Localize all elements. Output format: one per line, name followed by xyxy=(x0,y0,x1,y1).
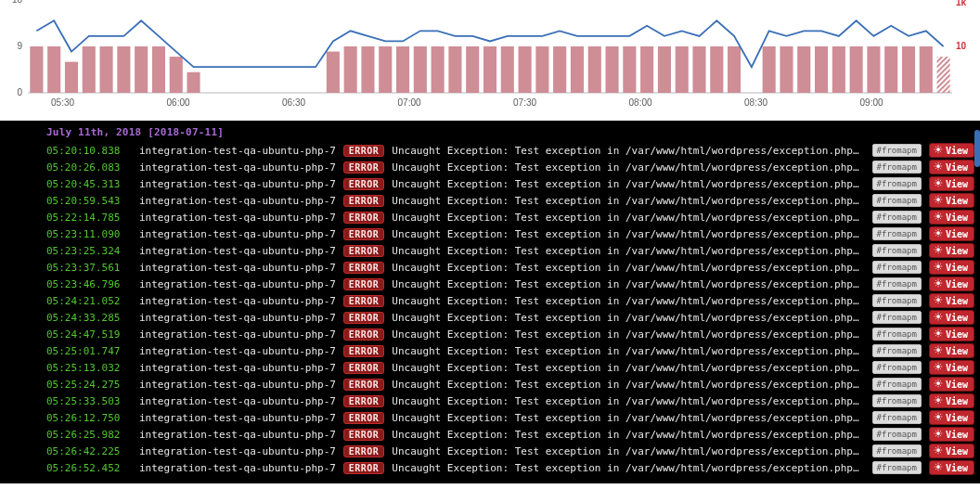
log-level-badge: ERROR xyxy=(343,445,385,457)
view-button[interactable]: View xyxy=(929,460,974,475)
log-tag[interactable]: #fromapm xyxy=(872,378,922,391)
log-row[interactable]: 05:20:26.083integration-test-qa-ubuntu-p… xyxy=(0,159,980,175)
log-row[interactable]: 05:20:59.543integration-test-qa-ubuntu-p… xyxy=(0,192,980,209)
log-row[interactable]: 05:24:21.052integration-test-qa-ubuntu-p… xyxy=(0,292,980,309)
log-row[interactable]: 05:26:42.225integration-test-qa-ubuntu-p… xyxy=(0,443,980,459)
svg-line-131 xyxy=(940,264,941,264)
view-button[interactable]: View xyxy=(929,210,974,225)
svg-rect-45 xyxy=(692,46,705,93)
log-timestamp: 05:25:24.275 xyxy=(46,379,132,391)
log-level-badge: ERROR xyxy=(343,429,385,441)
svg-rect-29 xyxy=(414,46,427,93)
view-button[interactable]: View xyxy=(929,310,974,325)
svg-text:06:00: 06:00 xyxy=(167,97,190,108)
log-row[interactable]: 05:20:10.838integration-test-qa-ubuntu-p… xyxy=(0,142,980,159)
log-tag[interactable]: #fromapm xyxy=(872,161,922,174)
svg-text:0: 0 xyxy=(17,87,22,97)
view-button[interactable]: View xyxy=(929,193,974,208)
svg-line-104 xyxy=(940,213,941,214)
log-tag[interactable]: #fromapm xyxy=(872,361,922,374)
svg-point-150 xyxy=(936,315,940,318)
view-button[interactable]: View xyxy=(929,393,974,408)
svg-line-84 xyxy=(940,185,941,186)
view-button[interactable]: View xyxy=(929,377,974,392)
log-tag[interactable]: #fromapm xyxy=(872,428,922,441)
log-timestamp: 05:20:10.838 xyxy=(46,145,132,157)
log-tag[interactable]: #fromapm xyxy=(872,444,922,457)
svg-line-102 xyxy=(940,218,941,219)
log-tag[interactable]: #fromapm xyxy=(872,244,922,257)
log-service: integration-test-qa-ubuntu-php-7 xyxy=(139,445,336,457)
log-tag[interactable]: #fromapm xyxy=(872,261,922,274)
log-tag[interactable]: #fromapm xyxy=(872,411,922,424)
log-service: integration-test-qa-ubuntu-php-7 xyxy=(139,462,336,474)
svg-line-202 xyxy=(935,402,936,403)
log-timestamp: 05:23:25.324 xyxy=(46,245,132,257)
log-tag[interactable]: #fromapm xyxy=(872,277,922,290)
log-row[interactable]: 05:23:25.324integration-test-qa-ubuntu-p… xyxy=(0,242,980,259)
view-button[interactable]: View xyxy=(929,277,974,291)
view-button[interactable]: View xyxy=(929,243,974,258)
log-level-badge: ERROR xyxy=(343,278,385,290)
view-button[interactable]: View xyxy=(929,143,974,158)
log-level-badge: ERROR xyxy=(343,228,385,240)
timeseries-chart[interactable]: 0918101k05:3006:0006:3007:0007:3008:0008… xyxy=(0,0,980,121)
log-tag[interactable]: #fromapm xyxy=(872,311,922,324)
log-row[interactable]: 05:25:13.032integration-test-qa-ubuntu-p… xyxy=(0,359,980,376)
log-row[interactable]: 05:25:24.275integration-test-qa-ubuntu-p… xyxy=(0,376,980,393)
log-tag[interactable]: #fromapm xyxy=(872,328,922,341)
view-button[interactable]: View xyxy=(929,293,974,308)
svg-line-193 xyxy=(935,385,936,386)
log-row[interactable]: 05:20:45.313integration-test-qa-ubuntu-p… xyxy=(0,175,980,192)
log-tag[interactable]: #fromapm xyxy=(872,177,922,190)
log-row[interactable]: 05:24:47.519integration-test-qa-ubuntu-p… xyxy=(0,326,980,342)
view-button[interactable]: View xyxy=(929,343,974,358)
view-button-label: View xyxy=(946,296,968,306)
view-button-label: View xyxy=(946,179,968,189)
scrollbar-thumb[interactable] xyxy=(974,130,980,167)
view-button[interactable]: View xyxy=(929,260,974,275)
svg-line-101 xyxy=(935,213,936,214)
log-row[interactable]: 05:23:46.796integration-test-qa-ubuntu-p… xyxy=(0,276,980,292)
bug-icon xyxy=(934,328,943,340)
log-row[interactable]: 05:26:25.982integration-test-qa-ubuntu-p… xyxy=(0,426,980,443)
svg-line-192 xyxy=(940,385,941,386)
view-button[interactable]: View xyxy=(929,410,974,425)
log-level-badge: ERROR xyxy=(343,245,385,257)
svg-line-93 xyxy=(940,201,941,202)
log-tag[interactable]: #fromapm xyxy=(872,194,922,207)
view-button[interactable]: View xyxy=(929,160,974,174)
log-row[interactable]: 05:25:33.503integration-test-qa-ubuntu-p… xyxy=(0,393,980,409)
view-button[interactable]: View xyxy=(929,226,974,241)
log-tag[interactable]: #fromapm xyxy=(872,344,922,357)
log-tag[interactable]: #fromapm xyxy=(872,394,922,407)
view-button[interactable]: View xyxy=(929,427,974,442)
log-tag[interactable]: #fromapm xyxy=(872,211,922,224)
log-row[interactable]: 05:23:37.561integration-test-qa-ubuntu-p… xyxy=(0,259,980,276)
view-button-label: View xyxy=(946,212,968,223)
bug-icon xyxy=(934,245,943,256)
log-row[interactable]: 05:24:33.285integration-test-qa-ubuntu-p… xyxy=(0,309,980,326)
log-tag[interactable]: #fromapm xyxy=(872,227,922,240)
view-button-label: View xyxy=(946,313,968,323)
log-row[interactable]: 05:22:14.785integration-test-qa-ubuntu-p… xyxy=(0,209,980,225)
log-tag[interactable]: #fromapm xyxy=(872,461,922,474)
log-service: integration-test-qa-ubuntu-php-7 xyxy=(139,295,336,307)
svg-line-120 xyxy=(940,251,941,252)
log-row[interactable]: 05:23:11.090integration-test-qa-ubuntu-p… xyxy=(0,225,980,242)
log-service: integration-test-qa-ubuntu-php-7 xyxy=(139,212,336,224)
svg-rect-21 xyxy=(152,46,165,93)
log-row[interactable]: 05:26:12.750integration-test-qa-ubuntu-p… xyxy=(0,409,980,426)
view-button[interactable]: View xyxy=(929,176,974,191)
log-tag[interactable]: #fromapm xyxy=(872,294,922,307)
log-row[interactable]: 05:25:01.747integration-test-qa-ubuntu-p… xyxy=(0,342,980,359)
view-button[interactable]: View xyxy=(929,327,974,341)
view-button[interactable]: View xyxy=(929,444,974,458)
log-timestamp: 05:24:21.052 xyxy=(46,295,132,307)
log-timestamp: 05:23:11.090 xyxy=(46,228,132,240)
log-row[interactable]: 05:26:52.452integration-test-qa-ubuntu-p… xyxy=(0,459,980,476)
view-button-label: View xyxy=(946,463,968,473)
view-button[interactable]: View xyxy=(929,360,974,375)
log-tag[interactable]: #fromapm xyxy=(872,144,922,157)
view-button-label: View xyxy=(946,196,968,206)
